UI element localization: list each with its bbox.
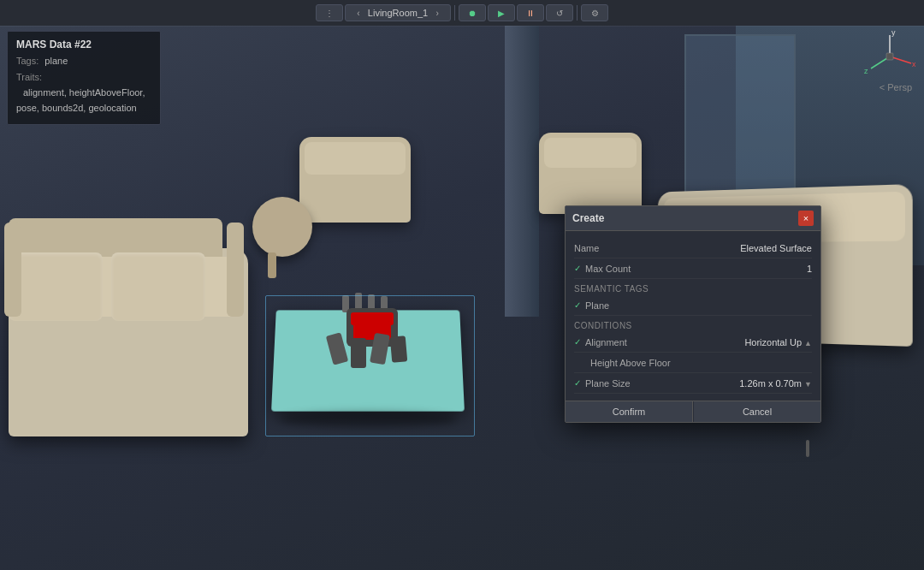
dialog-close-button[interactable]: × xyxy=(798,211,814,226)
dialog-body: Name Elevated Surface ✓ Max Count 1 Sema… xyxy=(566,231,820,401)
robot-spike-1 xyxy=(342,295,349,312)
plane-label: ✓ Plane xyxy=(574,300,812,311)
mars-panel-title: MARS Data #22 xyxy=(16,39,151,50)
dialog-scrollbar-thumb[interactable] xyxy=(806,440,809,457)
loop-icon: ↺ xyxy=(554,7,566,19)
name-label: Name xyxy=(574,243,740,253)
mars-traits-value-row: alignment, heightAboveFloor,pose, bounds… xyxy=(16,86,151,116)
side-table-leg xyxy=(268,252,276,278)
height-above-floor-row[interactable]: Height Above Floor xyxy=(574,353,812,373)
create-dialog: Create × Name Elevated Surface ✓ Max Cou… xyxy=(565,205,821,423)
record-icon: ⏺ xyxy=(466,7,478,19)
robot-detail xyxy=(353,321,391,340)
tags-value: plane xyxy=(44,56,68,66)
dialog-titlebar: Create × xyxy=(566,206,820,231)
robot-spike-2 xyxy=(355,293,362,312)
robot-leg-4 xyxy=(390,335,408,362)
semantic-tags-section-label: Semantic Tags xyxy=(574,279,812,295)
armchair-2 xyxy=(539,133,642,214)
loop-button[interactable]: ↺ xyxy=(546,4,573,21)
plane-size-check-icon: ✓ xyxy=(574,378,581,388)
scene-name-label: LivingRoom_1 xyxy=(368,8,428,18)
max-count-label: ✓ Max Count xyxy=(574,264,807,274)
sofa-left-back xyxy=(9,218,222,257)
svg-rect-3 xyxy=(886,53,893,60)
max-count-value: 1 xyxy=(807,264,812,274)
sofa-cushion-1 xyxy=(9,252,103,321)
robot-leg-3 xyxy=(370,333,390,365)
sofa-arm-left xyxy=(4,223,21,317)
settings-button[interactable]: ⚙ xyxy=(581,4,608,21)
alignment-row[interactable]: ✓ Alignment Horizontal Up ▲ xyxy=(574,332,812,353)
axis-gizmo: y x z xyxy=(864,31,915,82)
name-value: Elevated Surface xyxy=(740,243,812,253)
alignment-label: ✓ Alignment xyxy=(574,337,744,347)
mars-tags-row: Tags: plane xyxy=(16,54,151,68)
toolbar-divider-1 xyxy=(454,5,455,21)
traits-label: Traits: xyxy=(16,72,42,82)
side-table xyxy=(252,197,312,257)
dialog-title: Create xyxy=(572,212,604,224)
menu-dots-icon: ⋮ xyxy=(323,7,335,19)
plane-size-value: 1.26m x 0.70m ▼ xyxy=(739,378,812,389)
toolbar-menu-button[interactable]: ⋮ xyxy=(316,4,343,21)
sofa-arm-right xyxy=(227,223,244,317)
y-axis-label: y xyxy=(891,31,896,37)
mars-data-panel: MARS Data #22 Tags: plane Traits: alignm… xyxy=(7,31,161,125)
conditions-section-label: Conditions xyxy=(574,316,812,332)
selection-outline xyxy=(265,295,475,436)
settings-icon: ⚙ xyxy=(589,7,601,19)
confirm-button[interactable]: Confirm xyxy=(566,401,693,422)
armchair-1 xyxy=(299,137,411,223)
back-pillar xyxy=(505,26,539,317)
scene-name-selector[interactable]: ‹ LivingRoom_1 › xyxy=(345,4,451,21)
robot-figure xyxy=(321,291,424,368)
traits-value: alignment, heightAboveFloor,pose, bounds… xyxy=(16,87,145,113)
pause-icon: ⏸ xyxy=(524,7,536,19)
mars-traits-row: Traits: xyxy=(16,70,151,85)
alignment-check-icon: ✓ xyxy=(574,337,581,347)
scene-prev-button[interactable]: ‹ xyxy=(352,7,364,19)
play-icon: ▶ xyxy=(495,7,507,19)
wall-window xyxy=(684,34,796,205)
plane-check-icon: ✓ xyxy=(574,300,581,310)
robot-body xyxy=(346,308,398,347)
plane-row[interactable]: ✓ Plane xyxy=(574,295,812,316)
ceiling-line xyxy=(0,26,924,27)
plane-size-row[interactable]: ✓ Plane Size 1.26m x 0.70m ▼ xyxy=(574,373,812,394)
cancel-button[interactable]: Cancel xyxy=(694,401,820,422)
play-button[interactable]: ▶ xyxy=(488,4,515,21)
tags-label: Tags: xyxy=(16,56,38,66)
name-row: Name Elevated Surface xyxy=(574,238,812,258)
alignment-value: Horizontal Up ▲ xyxy=(744,337,812,347)
alignment-dropdown-arrow[interactable]: ▲ xyxy=(804,339,812,347)
height-above-floor-label: Height Above Floor xyxy=(574,358,812,368)
robot-leg-1 xyxy=(326,332,348,365)
perspective-label: < Persp xyxy=(880,82,912,92)
toolbar: ⋮ ‹ LivingRoom_1 › ⏺ ▶ ⏸ ↺ ⚙ xyxy=(0,0,924,26)
max-count-check-icon: ✓ xyxy=(574,264,581,273)
dialog-footer: Confirm Cancel xyxy=(566,401,820,422)
x-axis-label: x xyxy=(912,60,915,68)
toolbar-center: ⋮ ‹ LivingRoom_1 › ⏺ ▶ ⏸ ↺ ⚙ xyxy=(316,4,608,21)
toolbar-divider-2 xyxy=(577,5,578,21)
scene-next-button[interactable]: › xyxy=(431,7,443,19)
record-button[interactable]: ⏺ xyxy=(459,4,486,21)
pause-button[interactable]: ⏸ xyxy=(517,4,544,21)
sofa-left xyxy=(9,248,248,436)
plane-size-dropdown-arrow[interactable]: ▼ xyxy=(804,380,812,389)
robot-spike-4 xyxy=(381,296,388,311)
max-count-row[interactable]: ✓ Max Count 1 xyxy=(574,258,812,279)
sofa-cushion-2 xyxy=(111,252,205,321)
robot-leg-2 xyxy=(351,338,366,368)
robot-spike-3 xyxy=(368,294,375,311)
plane-size-label: ✓ Plane Size xyxy=(574,378,739,389)
z-axis-label: z xyxy=(864,67,868,75)
coffee-table xyxy=(271,310,465,411)
